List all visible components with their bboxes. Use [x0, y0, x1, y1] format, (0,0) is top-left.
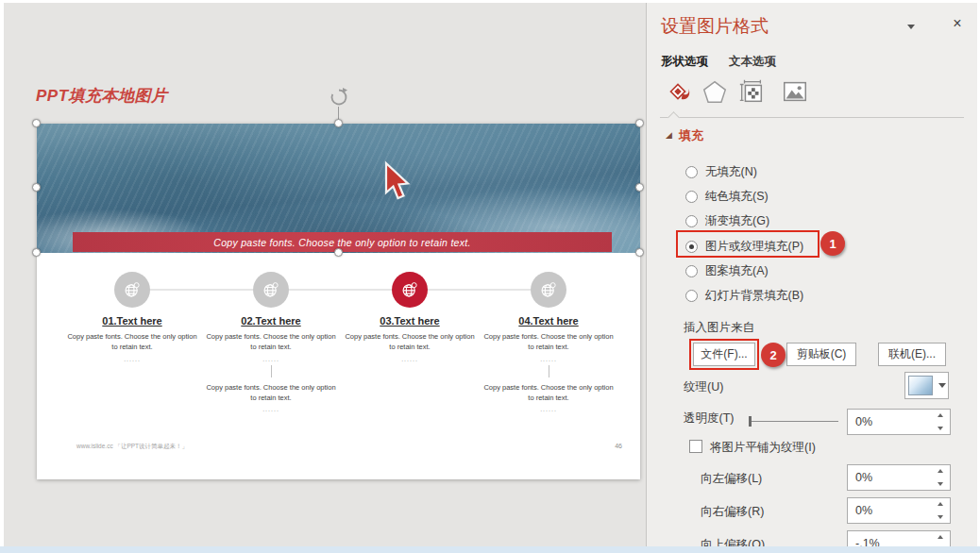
selection-handle[interactable] [635, 248, 644, 257]
timeline-stem [549, 365, 549, 377]
timeline-label: 04.Text here [482, 315, 615, 327]
selection-handle[interactable] [334, 119, 343, 127]
banner-text: Copy paste fonts. Choose the only option… [213, 237, 470, 248]
timeline-dots: ...... [66, 356, 198, 362]
timeline-body: Copy paste fonts. Choose the only option… [482, 331, 615, 353]
timeline-dots: ...... [482, 356, 615, 362]
timeline-body: Copy paste fonts. Choose the only option… [205, 382, 337, 404]
timeline-item-4[interactable]: 04.Text here Copy paste fonts. Choose th… [482, 272, 615, 412]
radio-icon [685, 265, 698, 277]
radio-slide-background-fill[interactable]: 幻灯片背景填充(B) [685, 287, 803, 304]
spin-down-icon[interactable] [938, 427, 943, 430]
radio-no-fill[interactable]: 无填充(N) [685, 163, 757, 180]
selection-handle[interactable] [32, 248, 41, 257]
timeline-dots: ...... [482, 406, 615, 412]
transparency-slider-track[interactable] [752, 421, 838, 422]
tab-shape-options[interactable]: 形状选项 [661, 54, 708, 70]
annotation-badge-2: 2 [761, 343, 786, 367]
radio-icon [685, 191, 698, 203]
tile-picture-label: 将图片平铺为纹理(I) [710, 440, 816, 456]
pane-collapse-button[interactable] [902, 18, 921, 35]
slide-page-number: 46 [594, 443, 622, 449]
radio-icon [685, 166, 698, 178]
online-button[interactable]: 联机(E)... [878, 343, 946, 366]
radio-icon [685, 290, 698, 302]
radio-gradient-fill[interactable]: 渐变填充(G) [685, 212, 769, 229]
timeline-dots: ...... [344, 356, 476, 362]
transparency-label: 透明度(T) [684, 411, 734, 427]
rotate-handle-icon[interactable] [329, 87, 349, 108]
timeline-body: Copy paste fonts. Choose the only option… [482, 382, 615, 404]
selection-handle[interactable] [334, 248, 343, 257]
timeline-item-2[interactable]: 02.Text here Copy paste fonts. Choose th… [205, 272, 337, 412]
transparency-slider-handle[interactable] [749, 416, 752, 427]
spin-up-icon[interactable] [938, 535, 943, 539]
tile-picture-checkbox[interactable] [689, 440, 702, 453]
selection-handle[interactable] [32, 119, 41, 127]
spin-up-icon[interactable] [938, 413, 943, 417]
timeline-item-1[interactable]: 01.Text here Copy paste fonts. Choose th… [66, 272, 198, 362]
picture-caption-banner: Copy paste fonts. Choose the only option… [73, 232, 612, 252]
file-button[interactable]: 文件(F)... [693, 343, 755, 366]
timeline-stem [271, 365, 272, 377]
selected-tab-notch [667, 111, 680, 124]
insert-picture-from-label: 插入图片来自 [684, 320, 754, 336]
radio-solid-fill[interactable]: 纯色填充(S) [685, 188, 769, 205]
clipboard-button[interactable]: 剪贴板(C) [786, 343, 856, 366]
spin-down-icon[interactable] [938, 515, 943, 519]
timeline-dots: ...... [205, 356, 337, 362]
transparency-spinner[interactable]: 0% [847, 409, 951, 435]
globe-icon [531, 272, 566, 308]
picture-icon[interactable] [781, 77, 809, 106]
texture-label: 纹理(U) [684, 379, 723, 395]
tab-text-options[interactable]: 文本选项 [729, 54, 776, 70]
timeline-label: 03.Text here [344, 315, 476, 327]
radio-icon [685, 215, 698, 227]
offset-right-label: 向右偏移(R) [701, 504, 764, 520]
radio-icon [685, 241, 698, 253]
timeline-item-3[interactable]: 03.Text here Copy paste fonts. Choose th… [344, 272, 476, 362]
radio-pattern-fill[interactable]: 图案填充(A) [685, 262, 769, 279]
format-picture-pane: 设置图片格式 × 形状选项 文本选项 [647, 3, 977, 546]
timeline-body: Copy paste fonts. Choose the only option… [344, 331, 476, 353]
effects-icon[interactable] [701, 77, 729, 106]
timeline-label: 02.Text here [205, 315, 337, 327]
texture-dropdown[interactable] [904, 372, 949, 399]
spin-up-icon[interactable] [938, 502, 943, 506]
fill-and-line-icon[interactable] [664, 77, 692, 106]
window-bottom-edge [0, 546, 980, 553]
slide-footer: www.islide.cc 「让PPT设计简单起来！」 [76, 443, 188, 451]
offset-top-spinner[interactable]: -.1% [847, 530, 951, 546]
slide-editing-area: PPT填充本地图片 Copy paste fonts. Choose the o… [4, 3, 646, 546]
spin-down-icon[interactable] [938, 482, 943, 486]
selection-handle[interactable] [32, 183, 41, 192]
pane-title: 设置图片格式 [661, 14, 769, 39]
offset-top-label: 向上偏移(O) [701, 537, 765, 546]
annotation-badge-1: 1 [820, 231, 845, 256]
radio-picture-or-texture-fill[interactable]: 图片或纹理填充(P) [685, 238, 803, 255]
pane-close-button[interactable]: × [947, 13, 968, 34]
section-expand-icon[interactable]: ◢ [666, 130, 672, 140]
offset-right-spinner[interactable]: 0% [847, 497, 951, 524]
chevron-down-icon [938, 383, 946, 388]
timeline-body: Copy paste fonts. Choose the only option… [66, 331, 198, 353]
spin-up-icon[interactable] [938, 469, 943, 473]
selection-handle[interactable] [635, 119, 644, 127]
fill-section-header[interactable]: 填充 [679, 127, 703, 144]
offset-left-label: 向左偏移(L) [701, 471, 762, 487]
globe-icon [253, 272, 289, 308]
timeline-dots: ...... [205, 406, 337, 412]
globe-icon [114, 272, 150, 308]
timeline-label: 01.Text here [66, 315, 198, 327]
toolbar-divider [660, 117, 964, 118]
chevron-down-icon [907, 25, 915, 29]
selection-handle[interactable] [635, 183, 644, 192]
size-and-properties-icon[interactable] [737, 77, 766, 106]
globe-icon [392, 272, 428, 308]
mouse-cursor [380, 160, 413, 204]
texture-thumbnail-icon [908, 376, 933, 395]
offset-left-spinner[interactable]: 0% [847, 464, 951, 491]
slide: Copy paste fonts. Choose the only option… [37, 124, 640, 479]
selected-picture[interactable]: Copy paste fonts. Choose the only option… [37, 124, 640, 253]
page-title: PPT填充本地图片 [36, 85, 168, 107]
